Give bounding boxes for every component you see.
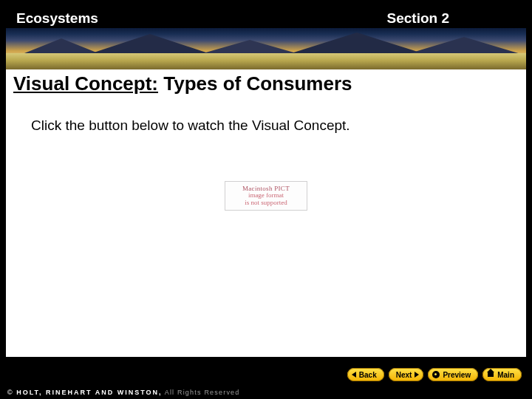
home-icon xyxy=(487,372,494,378)
chevron-left-icon xyxy=(352,372,356,378)
title-rest: Types of Consumers xyxy=(158,72,352,95)
next-button[interactable]: Next xyxy=(389,368,424,381)
landscape-banner xyxy=(6,28,526,69)
preview-button[interactable]: Preview xyxy=(428,368,478,381)
eye-icon xyxy=(432,371,440,378)
chevron-right-icon xyxy=(415,372,419,378)
slide-title: Visual Concept: Types of Consumers xyxy=(13,72,519,95)
mountain-icon xyxy=(87,34,213,55)
section-label: Section 2 xyxy=(387,10,449,27)
copyright: © HOLT, RINEHART AND WINSTON, All Rights… xyxy=(7,389,240,396)
slide-body: Click the button below to watch the Visu… xyxy=(6,100,526,357)
main-button[interactable]: Main xyxy=(482,368,522,381)
instruction-text: Click the button below to watch the Visu… xyxy=(31,117,516,134)
title-prefix: Visual Concept: xyxy=(13,72,158,95)
chapter-title: Ecosystems xyxy=(16,10,98,27)
back-label: Back xyxy=(359,371,377,379)
preview-label: Preview xyxy=(443,371,471,379)
ground xyxy=(6,53,526,69)
mountain-icon xyxy=(405,37,523,55)
next-label: Next xyxy=(396,371,412,379)
copyright-rights: All Rights Reserved xyxy=(162,389,239,396)
main-label: Main xyxy=(497,371,514,379)
slide: Ecosystems Section 2 Visual Concept: Typ… xyxy=(6,4,526,369)
visual-concept-button[interactable]: Macintosh PICT image format is not suppo… xyxy=(225,181,307,211)
copyright-brand: HOLT, RINEHART AND WINSTON, xyxy=(16,389,162,396)
mountain-icon xyxy=(198,40,301,55)
title-bar: Visual Concept: Types of Consumers xyxy=(6,69,526,100)
slide-header: Ecosystems Section 2 xyxy=(6,4,526,28)
placeholder-line: is not supported xyxy=(245,200,287,206)
nav-toolbar: Back Next Preview Main xyxy=(0,366,532,383)
back-button[interactable]: Back xyxy=(347,368,384,381)
